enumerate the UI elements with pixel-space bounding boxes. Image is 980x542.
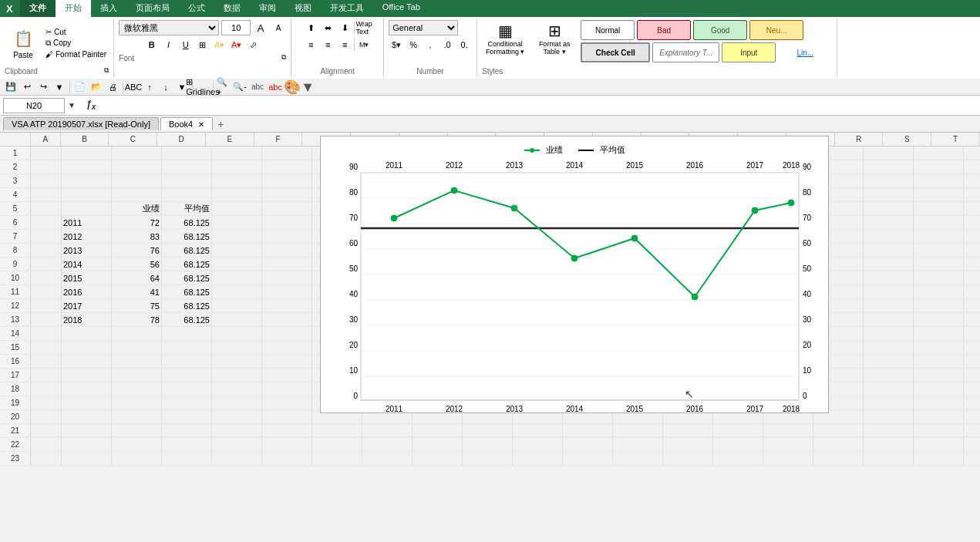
cell-T18[interactable]: [964, 382, 980, 396]
cell-A19[interactable]: [31, 396, 62, 409]
cell-E22[interactable]: [212, 438, 262, 451]
cell-A15[interactable]: [31, 341, 62, 354]
align-bottom-btn[interactable]: ⬇: [337, 20, 352, 35]
col-header-f[interactable]: F: [254, 133, 303, 146]
cell-A17[interactable]: [31, 369, 62, 382]
cell-A1[interactable]: [31, 146, 62, 160]
cell-J21[interactable]: [463, 424, 513, 437]
cell-D23[interactable]: [162, 452, 212, 465]
tab-pagelayout[interactable]: 页面布局: [126, 0, 179, 17]
cell-R18[interactable]: [864, 382, 914, 396]
cell-C14[interactable]: [112, 327, 162, 340]
cell-N21[interactable]: [663, 424, 713, 437]
cell-R23[interactable]: [864, 452, 914, 465]
cell-S11[interactable]: [914, 285, 964, 298]
italic-button[interactable]: I: [161, 37, 177, 52]
cell-T15[interactable]: [964, 341, 980, 354]
font-name-select[interactable]: 微软雅黑: [119, 20, 219, 35]
cell-O23[interactable]: [713, 452, 763, 465]
tab-developer[interactable]: 开发工具: [321, 0, 373, 17]
cell-M21[interactable]: [613, 424, 663, 437]
cell-F2[interactable]: [262, 160, 312, 173]
cell-A5[interactable]: [31, 202, 62, 215]
cell-T11[interactable]: [964, 285, 980, 298]
normal-style-btn[interactable]: Normal: [581, 20, 635, 40]
cell-A4[interactable]: [31, 188, 62, 201]
cell-R11[interactable]: [864, 285, 914, 298]
cell-S23[interactable]: [914, 452, 964, 465]
cell-B22[interactable]: [62, 438, 112, 451]
cell-R12[interactable]: [864, 299, 914, 312]
good-style-btn[interactable]: Good: [693, 20, 747, 40]
tab-home[interactable]: 开始: [56, 0, 91, 17]
cell-T22[interactable]: [964, 438, 980, 451]
cell-E9[interactable]: [212, 258, 262, 271]
align-right-btn[interactable]: ≡: [337, 37, 352, 52]
cell-E14[interactable]: [212, 327, 262, 340]
cell-G23[interactable]: [312, 452, 362, 465]
cell-F11[interactable]: [262, 285, 312, 298]
fill-color-button[interactable]: A▾: [212, 37, 227, 52]
col-header-t[interactable]: T: [931, 133, 980, 146]
cell-L22[interactable]: [563, 438, 613, 451]
cell-E4[interactable]: [212, 188, 262, 201]
cell-F10[interactable]: [262, 271, 312, 284]
cell-K21[interactable]: [513, 424, 563, 437]
cell-R21[interactable]: [864, 424, 914, 437]
cell-E7[interactable]: [212, 230, 262, 243]
cell-R15[interactable]: [864, 341, 914, 354]
cell-B8[interactable]: 2013: [62, 244, 112, 257]
percent-btn[interactable]: %: [406, 37, 421, 52]
cell-L21[interactable]: [563, 424, 613, 437]
cell-B9[interactable]: 2014: [62, 258, 112, 271]
cell-G21[interactable]: [312, 424, 362, 437]
cell-R10[interactable]: [864, 271, 914, 284]
cell-G22[interactable]: [312, 438, 362, 451]
cell-S6[interactable]: [914, 216, 964, 229]
col-header-e[interactable]: E: [206, 133, 254, 146]
cell-B20[interactable]: [62, 410, 112, 423]
cell-R6[interactable]: [864, 216, 914, 229]
align-top-btn[interactable]: ⬆: [303, 20, 318, 35]
cell-S7[interactable]: [914, 230, 964, 243]
conditional-format-btn[interactable]: ▦ ConditionalFormatting ▾: [482, 20, 528, 62]
cell-R22[interactable]: [864, 438, 914, 451]
cell-Q23[interactable]: [813, 452, 864, 465]
cell-F4[interactable]: [262, 188, 312, 201]
cell-F3[interactable]: [262, 174, 312, 187]
cell-A6[interactable]: [31, 216, 62, 229]
cell-D6[interactable]: 68.125: [162, 216, 212, 229]
cell-A7[interactable]: [31, 230, 62, 243]
cell-R5[interactable]: [864, 202, 914, 215]
cell-A22[interactable]: [31, 438, 62, 451]
cell-Q21[interactable]: [813, 424, 864, 437]
formula-input[interactable]: [102, 101, 977, 110]
cell-E10[interactable]: [212, 271, 262, 284]
row-header[interactable]: 8: [0, 244, 31, 257]
col-header-b[interactable]: B: [61, 133, 109, 146]
tab-insert[interactable]: 插入: [91, 0, 126, 17]
cell-B1[interactable]: [62, 146, 112, 160]
print-preview-btn[interactable]: 🖨: [105, 80, 120, 94]
cell-E18[interactable]: [212, 382, 262, 396]
cell-C20[interactable]: [112, 410, 162, 423]
undo-btn[interactable]: ↩: [19, 80, 35, 94]
add-sheet-btn[interactable]: +: [217, 118, 224, 130]
cell-C22[interactable]: [112, 438, 162, 451]
cell-E12[interactable]: [212, 299, 262, 312]
cell-T19[interactable]: [964, 396, 980, 409]
row-header[interactable]: 13: [0, 313, 31, 326]
row-header[interactable]: 3: [0, 174, 31, 187]
cell-H22[interactable]: [362, 438, 413, 451]
cell-S2[interactable]: [914, 160, 964, 173]
tab-view[interactable]: 视图: [285, 0, 321, 17]
decimal-decrease-btn[interactable]: 0.: [456, 37, 472, 52]
tab-officetab[interactable]: Office Tab: [373, 0, 429, 17]
row-header[interactable]: 23: [0, 452, 31, 465]
cell-B21[interactable]: [62, 424, 112, 437]
cell-E20[interactable]: [212, 410, 262, 423]
cell-S21[interactable]: [914, 424, 964, 437]
cell-D3[interactable]: [162, 174, 212, 187]
cell-S10[interactable]: [914, 271, 964, 284]
cell-C7[interactable]: 83: [112, 230, 162, 243]
